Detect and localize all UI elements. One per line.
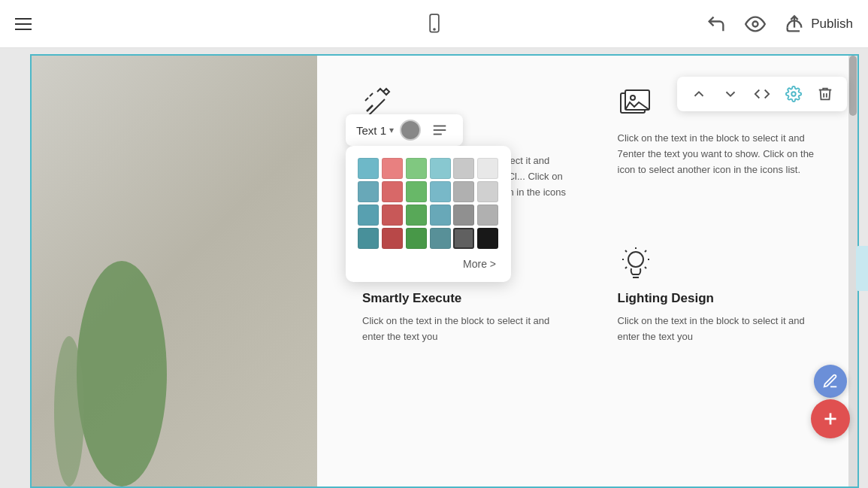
publish-label: Publish xyxy=(811,17,853,32)
text-label: Text 1 ▾ xyxy=(356,124,394,137)
more-colors-button[interactable]: More > xyxy=(358,258,499,270)
svg-point-1 xyxy=(434,29,435,30)
svg-line-5 xyxy=(365,98,368,101)
color-swatch-button[interactable] xyxy=(400,120,421,141)
left-image xyxy=(32,56,317,486)
svg-line-22 xyxy=(625,267,627,268)
feature-title-browser: Smartly Execute xyxy=(362,291,573,306)
photos-icon xyxy=(618,86,654,122)
move-down-icon xyxy=(722,86,739,102)
feature-title-lightbulb: Lighting Design xyxy=(618,291,828,306)
color-swatch-14[interactable] xyxy=(406,205,427,226)
color-swatch-4[interactable] xyxy=(453,158,474,179)
preview-button[interactable] xyxy=(745,14,766,35)
phone-preview-button[interactable] xyxy=(424,14,445,35)
feature-desc-browser: Click on the text in the block to select… xyxy=(362,314,573,345)
color-swatch-19[interactable] xyxy=(382,228,403,249)
canvas-wrapper: Pe... Click on the text in the block to … xyxy=(0,48,868,488)
color-swatch-10[interactable] xyxy=(453,181,474,202)
top-bar-left xyxy=(15,18,32,30)
move-up-button[interactable] xyxy=(685,81,713,107)
svg-line-21 xyxy=(645,267,646,268)
top-bar: Publish xyxy=(0,0,868,48)
text-align-button[interactable] xyxy=(427,119,452,141)
color-swatches xyxy=(358,158,499,249)
color-swatch-17[interactable] xyxy=(477,205,498,226)
move-up-icon xyxy=(691,86,707,102)
color-swatch-11[interactable] xyxy=(477,181,498,202)
edit-fab-button[interactable] xyxy=(814,365,847,398)
color-swatch-1[interactable] xyxy=(382,158,403,179)
color-swatch-20[interactable] xyxy=(406,228,427,249)
color-swatch-12[interactable] xyxy=(358,205,379,226)
dropdown-caret[interactable]: ▾ xyxy=(389,125,394,135)
element-toolbar xyxy=(677,77,847,111)
eye-icon xyxy=(745,14,766,35)
undo-button[interactable] xyxy=(706,14,727,35)
publish-button[interactable]: Publish xyxy=(784,14,853,35)
publish-icon xyxy=(784,14,805,35)
lightbulb-icon xyxy=(618,246,654,282)
color-swatch-21[interactable] xyxy=(430,228,451,249)
svg-line-19 xyxy=(645,250,646,252)
text-style-toolbar: Text 1 ▾ xyxy=(346,114,463,146)
top-bar-center xyxy=(424,14,445,35)
color-swatch-8[interactable] xyxy=(406,181,427,202)
feature-desc-lightbulb: Click on the text in the block to select… xyxy=(618,314,828,345)
feature-item-lightbulb: Lighting Design Click on the text in the… xyxy=(618,246,828,345)
color-swatch-0[interactable] xyxy=(358,158,379,179)
color-swatch-15[interactable] xyxy=(430,205,451,226)
color-swatch-16[interactable] xyxy=(453,205,474,226)
color-swatch-9[interactable] xyxy=(430,181,451,202)
svg-line-6 xyxy=(370,93,373,96)
svg-point-15 xyxy=(628,252,643,267)
top-bar-right: Publish xyxy=(706,14,853,35)
text-name: Text 1 xyxy=(356,124,386,137)
scrollbar-thumb[interactable] xyxy=(849,56,857,116)
color-swatch-3[interactable] xyxy=(430,158,451,179)
color-swatch-18[interactable] xyxy=(358,228,379,249)
delete-button[interactable] xyxy=(811,81,839,107)
svg-point-2 xyxy=(753,21,758,26)
phone-icon xyxy=(424,14,445,35)
align-icon xyxy=(431,122,448,138)
color-swatch-22[interactable] xyxy=(453,228,474,249)
color-swatch-2[interactable] xyxy=(406,158,427,179)
color-swatch-5[interactable] xyxy=(477,158,498,179)
code-icon xyxy=(754,86,770,102)
feature-desc-photos: Click on the text in the block to select… xyxy=(618,131,828,177)
svg-line-24 xyxy=(625,250,627,252)
gear-icon xyxy=(785,86,802,102)
hamburger-menu[interactable] xyxy=(15,18,32,30)
settings-button[interactable] xyxy=(779,81,808,107)
plus-icon xyxy=(821,409,840,429)
svg-point-3 xyxy=(791,92,796,96)
color-swatch-7[interactable] xyxy=(382,181,403,202)
color-swatch-23[interactable] xyxy=(477,228,498,249)
move-down-button[interactable] xyxy=(716,81,745,107)
side-handle[interactable] xyxy=(856,246,868,291)
color-picker-popup: More > xyxy=(346,146,511,282)
trash-icon xyxy=(817,86,833,102)
color-swatch-13[interactable] xyxy=(382,205,403,226)
add-fab-button[interactable] xyxy=(811,399,850,438)
pencil-icon xyxy=(822,373,839,389)
code-button[interactable] xyxy=(748,81,776,107)
color-swatch-6[interactable] xyxy=(358,181,379,202)
undo-icon xyxy=(706,14,727,35)
